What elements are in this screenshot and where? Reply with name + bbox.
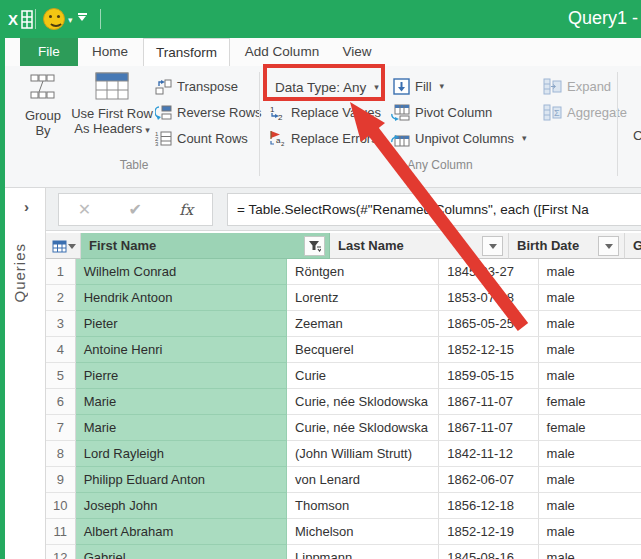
row-number[interactable]: 12 — [46, 545, 76, 559]
cell-birth-date[interactable]: 1845-03-27 — [439, 259, 538, 285]
aggregate-button[interactable]: Σ Aggregate — [543, 102, 627, 122]
row-number[interactable]: 3 — [46, 311, 76, 337]
cell-first-name[interactable]: Pieter — [76, 311, 287, 337]
cell-last-name[interactable]: Becquerel — [287, 337, 439, 363]
cell-birth-date[interactable]: 1865-05-25 — [439, 311, 538, 337]
cell-birth-date[interactable]: 1853-07-18 — [439, 285, 538, 311]
cell-last-name[interactable]: Curie, née Sklodowska — [287, 415, 439, 441]
replace-values-button[interactable]: 1 2 Replace Values — [269, 102, 381, 122]
tab-add-column[interactable]: Add Column — [238, 38, 326, 66]
cell-gender[interactable]: male — [539, 545, 641, 559]
cell-last-name[interactable]: von Lenard — [287, 467, 439, 493]
cell-last-name[interactable]: Lorentz — [287, 285, 439, 311]
expand-queries-chevron-icon[interactable]: › — [24, 198, 29, 215]
cell-gender[interactable]: female — [539, 389, 641, 415]
use-first-row-as-headers-button[interactable]: Use First Row As Headers▾ — [66, 70, 158, 156]
cell-last-name[interactable]: Thomson — [287, 493, 439, 519]
row-number[interactable]: 6 — [46, 389, 76, 415]
cell-first-name[interactable]: Antoine Henri — [76, 337, 287, 363]
cell-first-name[interactable]: Philipp Eduard Anton — [76, 467, 287, 493]
cell-last-name[interactable]: Röntgen — [287, 259, 439, 285]
column-header-gender[interactable]: Gender — [625, 233, 641, 259]
fill-button[interactable]: Fill ▾ — [393, 76, 444, 96]
count-rows-button[interactable]: 1 2 3 Count Rows — [155, 128, 248, 148]
transpose-button[interactable]: Transpose — [155, 76, 238, 96]
smiley-dropdown-caret-icon[interactable]: ▾ — [68, 15, 73, 25]
smiley-menu-icon[interactable] — [43, 8, 65, 30]
cell-first-name[interactable]: Marie — [76, 415, 287, 441]
cell-birth-date[interactable]: 1842-11-12 — [439, 441, 538, 467]
tab-home[interactable]: Home — [86, 38, 134, 66]
row-number[interactable]: 4 — [46, 337, 76, 363]
tab-view[interactable]: View — [330, 38, 384, 66]
cell-gender[interactable]: male — [539, 519, 641, 545]
cell-first-name[interactable]: Lord Rayleigh — [76, 441, 287, 467]
cell-birth-date[interactable]: 1859-05-15 — [439, 363, 538, 389]
row-number[interactable]: 9 — [46, 467, 76, 493]
cell-first-name[interactable]: Pierre — [76, 363, 287, 389]
formula-buttons: ✕ ✔ fx — [58, 193, 213, 226]
fx-icon[interactable]: fx — [179, 201, 193, 219]
cell-last-name[interactable]: (John William Strutt) — [287, 441, 439, 467]
cell-gender[interactable]: male — [539, 337, 641, 363]
row-number[interactable]: 8 — [46, 441, 76, 467]
replace-errors-button[interactable]: a 2 Replace Errors — [269, 128, 378, 148]
cell-last-name[interactable]: Curie — [287, 363, 439, 389]
cell-birth-date[interactable]: 1852-12-15 — [439, 337, 538, 363]
cell-birth-date[interactable]: 1867-11-07 — [439, 415, 538, 441]
pivot-column-button[interactable]: Pivot Column — [391, 102, 492, 122]
tab-transform[interactable]: Transform — [143, 38, 230, 66]
filter-button[interactable] — [304, 236, 325, 256]
cell-gender[interactable]: male — [539, 493, 641, 519]
formula-commit-icon[interactable]: ✔ — [128, 200, 141, 219]
cell-birth-date[interactable]: 1862-06-07 — [439, 467, 538, 493]
cell-gender[interactable]: female — [539, 415, 641, 441]
cell-gender[interactable]: male — [539, 441, 641, 467]
column-dropdown-button[interactable] — [482, 236, 503, 256]
cell-gender[interactable]: male — [539, 467, 641, 493]
count-rows-icon: 1 2 3 — [155, 130, 172, 147]
cell-gender[interactable]: male — [539, 363, 641, 389]
column-header-first-name[interactable]: First Name — [81, 233, 330, 259]
cell-gender[interactable]: male — [539, 311, 641, 337]
reverse-rows-icon — [155, 104, 172, 121]
row-number[interactable]: 7 — [46, 415, 76, 441]
cell-last-name[interactable]: Lippmann — [287, 545, 439, 559]
cell-birth-date[interactable]: 1867-11-07 — [439, 389, 538, 415]
formula-input[interactable]: = Table.SelectRows(#"Renamed Columns", e… — [227, 193, 641, 226]
group-separator — [617, 72, 618, 176]
cell-birth-date[interactable]: 1852-12-19 — [439, 519, 538, 545]
row-number[interactable]: 5 — [46, 363, 76, 389]
unpivot-columns-button[interactable]: Unpivot Columns ▾ — [391, 128, 527, 148]
cell-last-name[interactable]: Michelson — [287, 519, 439, 545]
cell-first-name[interactable]: Hendrik Antoon — [76, 285, 287, 311]
group-by-button[interactable]: Group By — [16, 70, 70, 156]
cell-birth-date[interactable]: 1845-08-16 — [439, 545, 538, 559]
cell-first-name[interactable]: Joseph John — [76, 493, 287, 519]
column-dropdown-button[interactable] — [598, 236, 619, 256]
svg-text:2: 2 — [278, 113, 283, 121]
expand-button[interactable]: Expand — [543, 76, 611, 96]
column-header-last-name[interactable]: Last Name — [330, 233, 509, 259]
cell-last-name[interactable]: Curie, née Sklodowska — [287, 389, 439, 415]
reverse-rows-button[interactable]: Reverse Rows — [155, 102, 262, 122]
column-header-birth-date[interactable]: Birth Date — [509, 233, 625, 259]
cell-first-name[interactable]: Marie — [76, 389, 287, 415]
cell-birth-date[interactable]: 1856-12-18 — [439, 493, 538, 519]
cell-first-name[interactable]: Albert Abraham — [76, 519, 287, 545]
cell-first-name[interactable]: Gabriel — [76, 545, 287, 559]
excel-app-icon[interactable]: X — [8, 8, 34, 30]
row-number[interactable]: 11 — [46, 519, 76, 545]
tab-file[interactable]: File — [20, 38, 78, 66]
formula-cancel-icon[interactable]: ✕ — [78, 200, 91, 219]
queries-pane-label[interactable]: Queries — [11, 243, 28, 303]
cell-first-name[interactable]: Wilhelm Conrad — [76, 259, 287, 285]
cell-gender[interactable]: male — [539, 285, 641, 311]
table-corner-button[interactable] — [46, 233, 81, 259]
row-number[interactable]: 10 — [46, 493, 76, 519]
row-number[interactable]: 1 — [46, 259, 76, 285]
cell-last-name[interactable]: Zeeman — [287, 311, 439, 337]
row-number[interactable]: 2 — [46, 285, 76, 311]
quick-access-toolbar-icon[interactable] — [78, 13, 87, 21]
cell-gender[interactable]: male — [539, 259, 641, 285]
